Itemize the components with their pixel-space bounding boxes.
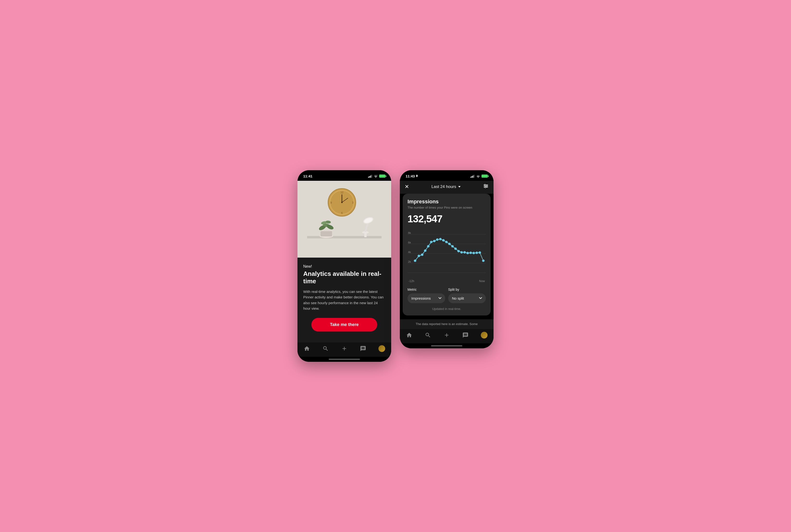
- svg-point-62: [460, 251, 463, 253]
- svg-point-64: [466, 252, 469, 254]
- svg-point-47: [414, 260, 417, 262]
- svg-point-50: [424, 249, 426, 252]
- updated-realtime-text: Updated in real-time.: [407, 307, 486, 311]
- split-label: Split by: [448, 288, 486, 291]
- take-me-there-button[interactable]: Take me there: [311, 318, 377, 331]
- impressions-subtitle: The number of times your Pins were on sc…: [407, 206, 486, 209]
- home-icon-2: [406, 332, 412, 339]
- split-chevron-icon: [479, 297, 482, 299]
- status-icons-2: [471, 174, 488, 178]
- svg-text:4k: 4k: [408, 251, 411, 253]
- profile-icon: [379, 345, 385, 352]
- impressions-value: 132,547: [407, 213, 486, 225]
- body-text: With real-time analytics, you can see th…: [303, 289, 385, 311]
- svg-point-52: [430, 241, 433, 243]
- filter-icon[interactable]: [483, 184, 489, 190]
- status-bar-1: 11:41: [297, 170, 391, 181]
- bottom-nav-1: [297, 342, 391, 357]
- battery-icon: [379, 174, 385, 178]
- phone-2: 11:43 ✕ Las: [400, 170, 494, 348]
- time-2: 11:43: [406, 174, 418, 178]
- add-icon-2: [443, 332, 450, 339]
- battery-icon-2: [481, 174, 488, 178]
- svg-point-66: [472, 252, 475, 254]
- time-range-selector[interactable]: Last 24 hours: [431, 184, 460, 189]
- metric-dropdown[interactable]: Impressions: [407, 293, 445, 303]
- split-dropdown[interactable]: No split: [448, 293, 486, 303]
- nav-profile-2[interactable]: [481, 332, 488, 339]
- home-icon: [303, 345, 310, 352]
- svg-text:3: 3: [352, 201, 353, 204]
- impressions-chart: 8k 6k 4k 2k: [407, 229, 486, 278]
- svg-text:12: 12: [341, 191, 343, 194]
- nav-home-1[interactable]: [303, 345, 310, 352]
- search-icon-2: [425, 332, 431, 339]
- svg-rect-3: [371, 175, 372, 178]
- svg-point-56: [442, 239, 445, 242]
- disclaimer-text: The data reported here is an estimate. S…: [400, 319, 494, 329]
- split-group: Split by No split: [448, 288, 486, 303]
- svg-rect-29: [472, 176, 472, 178]
- location-icon-2: [416, 175, 418, 178]
- metric-split-row: Metric Impressions Split by No split: [407, 288, 486, 303]
- nav-chat-1[interactable]: [360, 345, 366, 352]
- svg-point-59: [451, 245, 454, 248]
- impressions-title: Impressions: [407, 198, 486, 205]
- svg-text:8k: 8k: [408, 231, 411, 234]
- svg-point-68: [479, 251, 481, 254]
- signal-icon: [368, 175, 372, 178]
- analytics-header: ✕ Last 24 hours: [400, 181, 494, 194]
- svg-point-65: [470, 252, 472, 254]
- svg-point-15: [341, 202, 343, 203]
- svg-point-48: [418, 255, 420, 257]
- add-icon: [341, 345, 348, 352]
- room-image: 12 3 6 9: [297, 181, 391, 258]
- svg-rect-0: [368, 177, 369, 178]
- nav-add-2[interactable]: [443, 332, 450, 339]
- analytics-card: Impressions The number of times your Pin…: [403, 194, 491, 316]
- status-icons-1: [368, 174, 385, 178]
- nav-search-1[interactable]: [322, 345, 329, 352]
- wifi-icon-2: [476, 175, 480, 178]
- svg-point-34: [484, 184, 485, 186]
- svg-rect-28: [471, 177, 471, 178]
- metric-label: Metric: [407, 288, 445, 291]
- svg-point-58: [448, 243, 451, 245]
- new-label: New!: [303, 264, 385, 269]
- nav-add-1[interactable]: [341, 345, 348, 352]
- svg-text:6k: 6k: [408, 241, 411, 244]
- svg-point-37: [485, 187, 486, 188]
- svg-point-51: [427, 245, 430, 248]
- status-bar-2: 11:43: [400, 170, 494, 181]
- home-indicator-1: [297, 357, 391, 362]
- svg-rect-31: [474, 175, 475, 178]
- svg-point-60: [454, 248, 457, 250]
- profile-icon-2: [481, 332, 488, 339]
- svg-rect-17: [320, 231, 332, 236]
- svg-text:6: 6: [341, 211, 343, 214]
- main-headline: Analytics available in real-time: [303, 270, 385, 285]
- svg-point-54: [436, 239, 439, 241]
- search-icon: [322, 345, 329, 352]
- svg-rect-30: [473, 175, 473, 178]
- chevron-down-icon: [458, 186, 461, 188]
- svg-point-57: [445, 241, 448, 243]
- location-icon: [313, 175, 316, 178]
- svg-point-49: [421, 253, 424, 256]
- svg-text:2k: 2k: [408, 260, 411, 263]
- svg-text:9: 9: [330, 201, 332, 204]
- chart-area: 8k 6k 4k 2k: [407, 229, 486, 278]
- svg-point-53: [433, 240, 436, 242]
- phone-1: 11:41: [297, 170, 391, 362]
- nav-search-2[interactable]: [425, 332, 431, 339]
- nav-home-2[interactable]: [406, 332, 412, 339]
- bottom-nav-2: [400, 329, 494, 343]
- nav-chat-2[interactable]: [462, 332, 469, 339]
- chat-icon: [360, 345, 366, 352]
- close-button[interactable]: ✕: [405, 184, 409, 190]
- chat-icon-2: [462, 332, 469, 339]
- nav-profile-1[interactable]: [379, 345, 385, 352]
- svg-point-63: [463, 251, 466, 253]
- phones-container: 11:41: [297, 170, 494, 362]
- svg-rect-2: [370, 175, 371, 178]
